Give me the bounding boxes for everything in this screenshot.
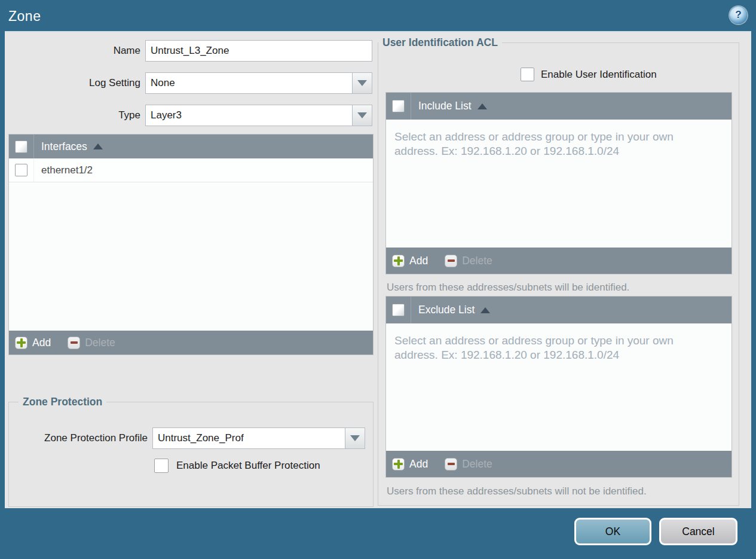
plus-icon bbox=[15, 337, 27, 349]
enable-user-identification-label: Enable User Identification bbox=[541, 68, 657, 81]
exclude-list-header[interactable]: Exclude List bbox=[386, 297, 731, 323]
exclude-select-all-checkbox[interactable] bbox=[392, 304, 405, 316]
log-setting-input[interactable] bbox=[145, 72, 353, 94]
include-list-placeholder: Select an address or address group or ty… bbox=[386, 120, 699, 159]
exclude-list-table: Exclude List Select an address or addres… bbox=[385, 296, 732, 478]
type-combo bbox=[145, 105, 372, 126]
include-list-table: Include List Select an address or addres… bbox=[385, 92, 732, 274]
exclude-list-body[interactable]: Select an address or address group or ty… bbox=[386, 323, 731, 451]
exclude-list-caption: Users from these addresses/subnets will … bbox=[387, 485, 647, 497]
add-button-label: Add bbox=[409, 255, 428, 267]
exclude-header-checkbox-cell bbox=[386, 297, 411, 323]
chevron-down-icon bbox=[357, 112, 367, 118]
add-button-label: Add bbox=[32, 337, 51, 349]
interfaces-table: Interfaces ethernet1/2 Add Dele bbox=[8, 134, 374, 355]
enable-user-identification-checkbox[interactable] bbox=[521, 68, 534, 81]
type-input[interactable] bbox=[145, 105, 353, 126]
minus-icon bbox=[445, 255, 457, 267]
zone-protection-profile-input[interactable] bbox=[152, 427, 345, 449]
interfaces-header-label: Interfaces bbox=[41, 140, 87, 153]
zone-protection-profile-dropdown-button[interactable] bbox=[345, 427, 365, 449]
zone-protection-profile-combo bbox=[152, 427, 365, 449]
help-icon[interactable]: ? bbox=[730, 7, 747, 24]
user-id-acl-legend: User Identification ACL bbox=[378, 36, 502, 49]
chevron-down-icon bbox=[357, 80, 367, 86]
dialog-title: Zone bbox=[8, 8, 41, 25]
plus-icon bbox=[392, 458, 405, 471]
exclude-delete-button[interactable]: Delete bbox=[445, 458, 492, 471]
log-setting-dropdown-button[interactable] bbox=[353, 72, 372, 94]
include-select-all-checkbox[interactable] bbox=[392, 100, 405, 112]
chevron-down-icon bbox=[350, 435, 360, 441]
include-delete-button[interactable]: Delete bbox=[445, 255, 492, 267]
include-list-header[interactable]: Include List bbox=[386, 93, 731, 120]
ok-button[interactable]: OK bbox=[574, 518, 651, 545]
name-input[interactable] bbox=[145, 40, 372, 62]
cancel-button[interactable]: Cancel bbox=[659, 518, 737, 545]
minus-icon bbox=[445, 458, 457, 471]
add-interface-button[interactable]: Add bbox=[15, 337, 51, 349]
zone-protection-profile-label: Zone Protection Profile bbox=[10, 427, 148, 449]
zone-dialog-screen: Zone ? Name Log Setting Type bbox=[0, 0, 756, 559]
minus-icon bbox=[68, 337, 80, 349]
enable-packet-buffer-protection-checkbox[interactable] bbox=[154, 459, 169, 473]
include-list-footer: Add Delete bbox=[386, 248, 731, 274]
sort-asc-icon bbox=[93, 143, 103, 149]
table-row[interactable]: ethernet1/2 bbox=[9, 158, 373, 182]
exclude-list-footer: Add Delete bbox=[386, 451, 731, 477]
include-list-body[interactable]: Select an address or address group or ty… bbox=[386, 120, 731, 248]
plus-icon bbox=[392, 255, 405, 267]
interface-name: ethernet1/2 bbox=[41, 164, 93, 176]
zone-protection-legend: Zone Protection bbox=[19, 396, 106, 408]
include-list-header-label: Include List bbox=[418, 100, 472, 112]
include-list-caption: Users from these addresses/subnets will … bbox=[387, 282, 629, 294]
delete-interface-button[interactable]: Delete bbox=[68, 337, 115, 349]
delete-button-label: Delete bbox=[462, 458, 492, 471]
exclude-list-placeholder: Select an address or address group or ty… bbox=[386, 323, 699, 363]
include-add-button[interactable]: Add bbox=[392, 255, 428, 267]
include-header-checkbox-cell bbox=[386, 93, 411, 120]
interfaces-select-all-checkbox[interactable] bbox=[15, 140, 27, 153]
row-checkbox[interactable] bbox=[15, 164, 27, 176]
type-dropdown-button[interactable] bbox=[353, 105, 372, 126]
type-label: Type bbox=[9, 105, 140, 126]
log-setting-label: Log Setting bbox=[9, 72, 140, 94]
interfaces-table-body: ethernet1/2 bbox=[9, 158, 373, 331]
dialog-body: Name Log Setting Type Interfaces bbox=[5, 31, 751, 508]
delete-button-label: Delete bbox=[85, 337, 115, 349]
exclude-list-header-label: Exclude List bbox=[418, 304, 475, 316]
enable-packet-buffer-protection-label: Enable Packet Buffer Protection bbox=[176, 459, 320, 473]
interfaces-table-header[interactable]: Interfaces bbox=[9, 135, 373, 158]
add-button-label: Add bbox=[409, 458, 428, 471]
interfaces-table-footer: Add Delete bbox=[9, 331, 373, 355]
interfaces-header-checkbox-cell bbox=[9, 135, 34, 158]
exclude-add-button[interactable]: Add bbox=[392, 458, 428, 471]
sort-asc-icon bbox=[480, 307, 490, 313]
name-label: Name bbox=[9, 40, 140, 62]
question-mark-glyph: ? bbox=[735, 9, 741, 21]
sort-asc-icon bbox=[478, 103, 487, 109]
delete-button-label: Delete bbox=[462, 255, 492, 267]
zone-protection-section: Zone Protection bbox=[8, 396, 374, 507]
log-setting-combo bbox=[145, 72, 372, 94]
row-checkbox-cell bbox=[9, 158, 34, 182]
